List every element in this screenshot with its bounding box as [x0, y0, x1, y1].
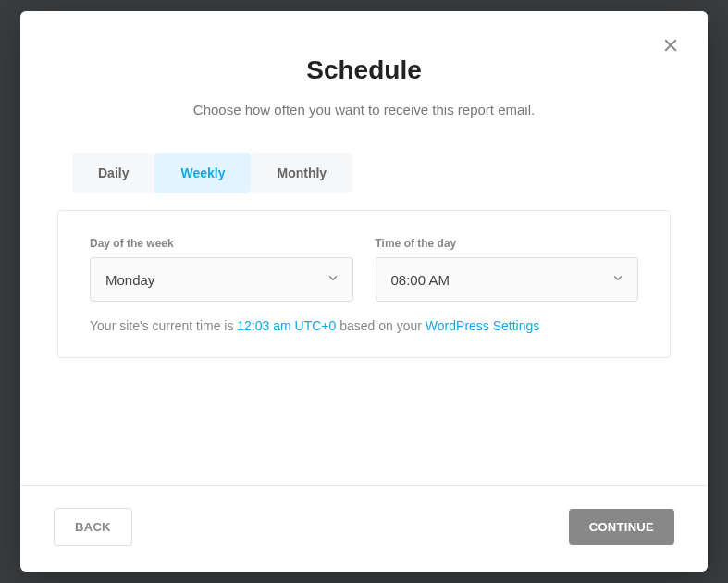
time-label: Time of the day: [376, 237, 639, 250]
chevron-down-icon: [611, 272, 624, 288]
modal-footer: BACK CONTINUE: [20, 485, 708, 572]
helper-text: Your site's current time is 12:03 am UTC…: [90, 318, 638, 333]
day-label: Day of the week: [90, 237, 353, 250]
schedule-panel: Day of the week Monday Time of the day 0…: [57, 210, 671, 358]
time-select[interactable]: 08:00 AM: [376, 257, 639, 302]
day-select-value: Monday: [105, 272, 154, 288]
continue-button[interactable]: CONTINUE: [569, 509, 674, 545]
modal-title: Schedule: [57, 56, 671, 85]
modal-subtitle: Choose how often you want to receive thi…: [57, 102, 671, 118]
chevron-down-icon: [327, 272, 339, 288]
time-select-value: 08:00 AM: [391, 272, 450, 288]
tab-daily[interactable]: Daily: [72, 153, 154, 193]
time-field: Time of the day 08:00 AM: [376, 237, 639, 302]
fields-row: Day of the week Monday Time of the day 0…: [90, 237, 638, 302]
close-icon: [662, 43, 679, 56]
schedule-modal: Schedule Choose how often you want to re…: [20, 11, 708, 572]
frequency-tabs: Daily Weekly Monthly: [57, 153, 671, 193]
day-select[interactable]: Monday: [90, 257, 353, 302]
close-button[interactable]: [661, 37, 680, 56]
day-field: Day of the week Monday: [90, 237, 353, 302]
helper-prefix: Your site's current time is: [90, 318, 237, 333]
back-button[interactable]: BACK: [54, 508, 132, 546]
modal-content: Schedule Choose how often you want to re…: [20, 11, 708, 485]
helper-mid: based on your: [336, 318, 426, 333]
wordpress-settings-link[interactable]: WordPress Settings: [426, 318, 539, 333]
tab-weekly[interactable]: Weekly: [154, 153, 251, 193]
current-time-link[interactable]: 12:03 am UTC+0: [237, 318, 336, 333]
tab-monthly[interactable]: Monthly: [251, 153, 352, 193]
